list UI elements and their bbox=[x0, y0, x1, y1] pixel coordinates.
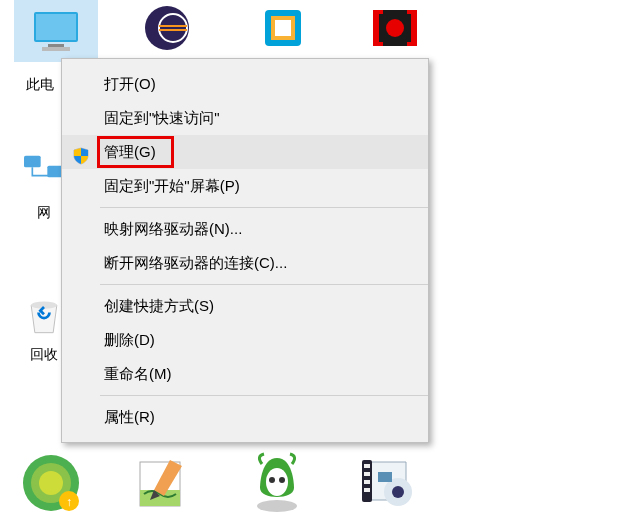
svg-rect-30 bbox=[364, 480, 370, 484]
this-pc-icon-wrap[interactable] bbox=[14, 0, 98, 62]
vmware-icon bbox=[255, 4, 311, 52]
eclipse-icon bbox=[139, 4, 195, 52]
video-tool-icon bbox=[358, 452, 420, 514]
menu-separator bbox=[100, 207, 428, 208]
menu-rename-label: 重命名(M) bbox=[104, 357, 172, 391]
notepad-icon-wrap[interactable] bbox=[132, 452, 194, 514]
svg-rect-1 bbox=[36, 14, 76, 40]
menu-disconnect-network-drive[interactable]: 断开网络驱动器的连接(C)... bbox=[62, 246, 428, 280]
svg-rect-13 bbox=[24, 156, 41, 168]
context-menu: 打开(O) 固定到"快速访问" 管理(G) 固定到"开始"屏幕(P) 映射网络驱… bbox=[61, 58, 429, 443]
this-pc-label-wrap[interactable]: 此电 bbox=[18, 76, 62, 94]
svg-point-18 bbox=[39, 471, 63, 495]
svg-rect-31 bbox=[364, 488, 370, 492]
svg-point-26 bbox=[279, 477, 285, 483]
recorder-icon bbox=[367, 4, 423, 52]
svg-rect-29 bbox=[364, 472, 370, 476]
menu-separator bbox=[100, 395, 428, 396]
this-pc-label: 此电 bbox=[18, 76, 62, 94]
svg-point-24 bbox=[266, 468, 288, 496]
svg-text:↑: ↑ bbox=[66, 495, 72, 509]
menu-open[interactable]: 打开(O) bbox=[62, 67, 428, 101]
svg-point-25 bbox=[269, 477, 275, 483]
menu-pin-quick-access-label: 固定到"快速访问" bbox=[104, 101, 220, 135]
video-tool-icon-wrap[interactable] bbox=[358, 452, 420, 514]
menu-manage[interactable]: 管理(G) bbox=[62, 135, 428, 169]
svg-rect-28 bbox=[364, 464, 370, 468]
svg-point-4 bbox=[145, 6, 189, 50]
menu-map-network-drive-label: 映射网络驱动器(N)... bbox=[104, 212, 242, 246]
vmware-icon-wrap[interactable] bbox=[244, 4, 322, 54]
menu-pin-start[interactable]: 固定到"开始"屏幕(P) bbox=[62, 169, 428, 203]
menu-open-label: 打开(O) bbox=[104, 67, 156, 101]
green-bot-icon bbox=[246, 452, 308, 514]
menu-create-shortcut[interactable]: 创建快捷方式(S) bbox=[62, 289, 428, 323]
menu-delete-label: 删除(D) bbox=[104, 323, 155, 357]
this-pc-icon bbox=[28, 8, 84, 56]
svg-rect-10 bbox=[275, 20, 291, 36]
menu-pin-quick-access[interactable]: 固定到"快速访问" bbox=[62, 101, 428, 135]
shield-icon bbox=[72, 143, 90, 161]
menu-separator bbox=[100, 284, 428, 285]
svg-rect-3 bbox=[42, 47, 70, 51]
svg-rect-7 bbox=[159, 29, 187, 31]
svg-rect-34 bbox=[378, 472, 392, 482]
eclipse-icon-wrap[interactable] bbox=[128, 4, 206, 54]
recorder-icon-wrap[interactable] bbox=[356, 4, 434, 54]
menu-properties[interactable]: 属性(R) bbox=[62, 400, 428, 434]
menu-pin-start-label: 固定到"开始"屏幕(P) bbox=[104, 169, 240, 203]
360-icon: ↑ bbox=[20, 452, 82, 514]
menu-rename[interactable]: 重命名(M) bbox=[62, 357, 428, 391]
menu-manage-label: 管理(G) bbox=[104, 135, 156, 169]
360-icon-wrap[interactable]: ↑ bbox=[20, 452, 82, 514]
svg-point-23 bbox=[257, 500, 297, 512]
green-bot-icon-wrap[interactable] bbox=[246, 452, 308, 514]
menu-properties-label: 属性(R) bbox=[104, 400, 155, 434]
svg-rect-2 bbox=[48, 44, 64, 47]
menu-delete[interactable]: 删除(D) bbox=[62, 323, 428, 357]
svg-rect-6 bbox=[159, 25, 187, 27]
notepad-icon bbox=[132, 452, 194, 514]
svg-point-12 bbox=[386, 19, 404, 37]
menu-disconnect-network-drive-label: 断开网络驱动器的连接(C)... bbox=[104, 246, 287, 280]
svg-point-33 bbox=[392, 486, 404, 498]
menu-create-shortcut-label: 创建快捷方式(S) bbox=[104, 289, 214, 323]
menu-map-network-drive[interactable]: 映射网络驱动器(N)... bbox=[62, 212, 428, 246]
